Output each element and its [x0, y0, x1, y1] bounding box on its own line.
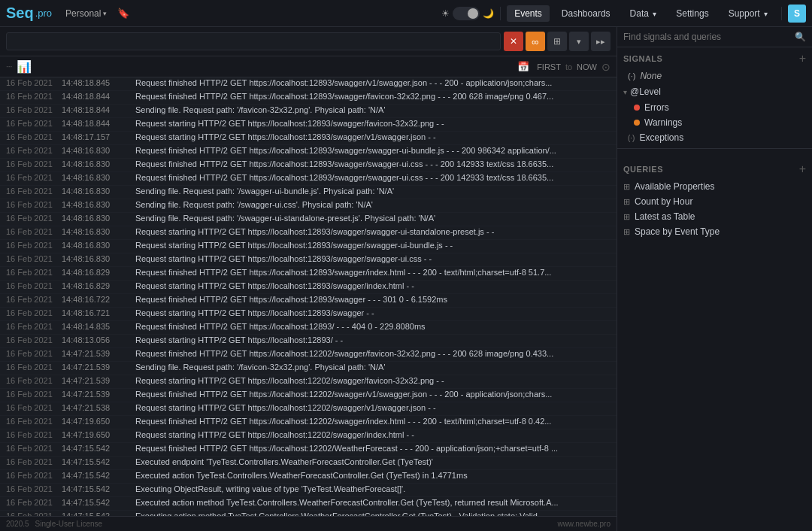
user-avatar[interactable]: S [788, 5, 806, 23]
chart-icon[interactable]: 📊 [17, 59, 32, 74]
dropdown-button[interactable]: ▾ [569, 32, 589, 51]
log-time: 14:47:15.542 [62, 498, 129, 507]
signal-warnings-item[interactable]: Warnings [617, 115, 812, 130]
level-chevron-icon: ▾ [623, 88, 627, 96]
log-message: Request starting HTTP/2 GET https://loca… [135, 119, 611, 128]
log-date: 16 Feb 2021 [6, 78, 59, 87]
log-row[interactable]: 16 Feb 202114:48:16.829Request starting … [0, 281, 617, 294]
log-message: Request starting HTTP/2 GET https://loca… [135, 430, 611, 439]
log-row[interactable]: 16 Feb 202114:48:16.830Request finished … [0, 145, 617, 159]
log-row[interactable]: 16 Feb 202114:47:15.542Request finished … [0, 443, 617, 457]
log-row[interactable]: 16 Feb 202114:47:15.542Executed action m… [0, 497, 617, 511]
signal-exceptions-item[interactable]: (·) Exceptions [617, 130, 812, 145]
add-signal-button[interactable]: + [799, 52, 806, 65]
search-buttons: ✕ ∞ ⊞ ▾ ▸▸ [504, 32, 611, 51]
log-message: Request finished HTTP/2 GET https://loca… [135, 78, 611, 87]
query-item[interactable]: ⊞Count by Hour [617, 194, 812, 209]
search-bar: ✕ ∞ ⊞ ▾ ▸▸ [0, 27, 617, 56]
query-icon: ⊞ [623, 182, 630, 192]
log-message: Request finished HTTP/2 GET https://loca… [135, 390, 611, 399]
nav-support[interactable]: Support ▾ [721, 5, 775, 22]
log-date: 16 Feb 2021 [6, 92, 59, 101]
level-group[interactable]: ▾ @Level [617, 83, 812, 100]
log-message: Request starting HTTP/2 GET https://loca… [135, 403, 611, 412]
nav-settings[interactable]: Settings [668, 5, 716, 22]
log-message: Request finished HTTP/2 GET https://loca… [135, 444, 611, 453]
log-message: Request starting HTTP/2 GET https://loca… [135, 335, 611, 344]
toggle-switch[interactable] [453, 7, 480, 20]
log-row[interactable]: 16 Feb 202114:48:16.830Request finished … [0, 172, 617, 186]
log-time: 14:48:14.835 [62, 322, 129, 331]
expand-button[interactable]: ▸▸ [591, 32, 611, 51]
log-date: 16 Feb 2021 [6, 308, 59, 317]
log-time: 14:48:16.829 [62, 281, 129, 290]
filter-clear-button[interactable]: ⊙ [601, 61, 611, 73]
log-row[interactable]: 16 Feb 202114:48:18.845Request finished … [0, 77, 617, 91]
log-message: Request finished HTTP/2 GET https://loca… [135, 295, 611, 304]
log-row[interactable]: 16 Feb 202114:48:16.830Request starting … [0, 240, 617, 253]
log-row[interactable]: 16 Feb 202114:48:16.830Sending file. Req… [0, 186, 617, 199]
clear-search-button[interactable]: ✕ [504, 32, 523, 51]
theme-toggle[interactable]: ☀ 🌙 [441, 7, 494, 20]
log-time: 14:48:16.721 [62, 308, 129, 317]
log-row[interactable]: 16 Feb 202114:48:16.830Sending file. Req… [0, 199, 617, 213]
calendar-icon: 📅 [517, 61, 529, 72]
log-row[interactable]: 16 Feb 202114:47:21.538Request starting … [0, 402, 617, 416]
log-time: 14:48:16.722 [62, 295, 129, 304]
nav-data[interactable]: Data ▾ [623, 5, 665, 22]
log-date: 16 Feb 2021 [6, 498, 59, 507]
log-row[interactable]: 16 Feb 202114:47:21.539Request starting … [0, 375, 617, 389]
log-row[interactable]: 16 Feb 202114:48:16.721Request starting … [0, 308, 617, 321]
log-row[interactable]: 16 Feb 202114:47:21.539Sending file. Req… [0, 362, 617, 375]
grid-button[interactable]: ⊞ [547, 32, 567, 51]
now-date-button[interactable]: NOW [577, 62, 597, 71]
log-date: 16 Feb 2021 [6, 403, 59, 412]
query-item[interactable]: ⊞Space by Event Type [617, 224, 812, 239]
log-message: Request finished HTTP/2 GET https://loca… [135, 146, 611, 155]
log-row[interactable]: 16 Feb 202114:48:16.830Request finished … [0, 159, 617, 172]
log-row[interactable]: 16 Feb 202114:47:15.542Executing action … [0, 511, 617, 516]
log-row[interactable]: 16 Feb 202114:48:18.844Request starting … [0, 118, 617, 132]
log-message: Request finished HTTP/2 GET https://loca… [135, 417, 611, 426]
nav-events[interactable]: Events [507, 5, 550, 22]
signals-queries-divider [617, 148, 812, 149]
log-row[interactable]: 16 Feb 202114:47:15.542Executed action T… [0, 470, 617, 484]
log-row[interactable]: 16 Feb 202114:48:16.829Request finished … [0, 267, 617, 281]
log-row[interactable]: 16 Feb 202114:47:15.542Executed endpoint… [0, 457, 617, 470]
log-row[interactable]: 16 Feb 202114:47:21.539Request finished … [0, 389, 617, 402]
log-row[interactable]: 16 Feb 202114:48:13.056Request starting … [0, 335, 617, 348]
log-row[interactable]: 16 Feb 202114:47:19.650Request starting … [0, 429, 617, 443]
log-row[interactable]: 16 Feb 202114:48:16.830Sending file. Req… [0, 213, 617, 226]
signal-none-item[interactable]: (·) None [617, 68, 812, 83]
log-row[interactable]: 16 Feb 202114:48:18.844Sending file. Req… [0, 105, 617, 118]
left-panel: ✕ ∞ ⊞ ▾ ▸▸ ··· 📊 📅 FIRST to NOW ⊙ 16 Feb… [0, 27, 617, 531]
log-row[interactable]: 16 Feb 202114:48:16.722Request finished … [0, 294, 617, 308]
log-row[interactable]: 16 Feb 202114:48:18.844Request finished … [0, 91, 617, 105]
log-row[interactable]: 16 Feb 202114:48:17.157Request starting … [0, 132, 617, 145]
log-date: 16 Feb 2021 [6, 349, 59, 358]
workspace-selector[interactable]: Personal ▾ [59, 7, 113, 20]
first-date-button[interactable]: FIRST [537, 62, 561, 71]
query-item[interactable]: ⊞Available Properties [617, 179, 812, 194]
log-time: 14:47:21.539 [62, 390, 129, 399]
to-label: to [565, 62, 572, 71]
search-input[interactable] [6, 32, 501, 50]
signal-button[interactable]: ∞ [526, 32, 545, 51]
log-row[interactable]: 16 Feb 202114:47:15.542Executing ObjectR… [0, 484, 617, 497]
log-time: 14:48:16.829 [62, 268, 129, 277]
nav-dashboards[interactable]: Dashboards [554, 5, 618, 22]
errors-label: Errors [644, 102, 669, 113]
log-row[interactable]: 16 Feb 202114:48:14.835Request finished … [0, 321, 617, 335]
add-query-button[interactable]: + [799, 162, 806, 176]
signals-search-input[interactable] [623, 32, 792, 42]
log-date: 16 Feb 2021 [6, 376, 59, 385]
log-row[interactable]: 16 Feb 202114:48:16.830Request starting … [0, 226, 617, 240]
query-icon: ⊞ [623, 212, 630, 222]
query-item[interactable]: ⊞Latest as Table [617, 209, 812, 224]
signal-errors-item[interactable]: Errors [617, 100, 812, 115]
log-date: 16 Feb 2021 [6, 363, 59, 372]
log-row[interactable]: 16 Feb 202114:47:21.539Request finished … [0, 348, 617, 362]
log-row[interactable]: 16 Feb 202114:48:16.830Request starting … [0, 253, 617, 267]
log-row[interactable]: 16 Feb 202114:47:19.650Request finished … [0, 416, 617, 429]
none-label: None [640, 71, 662, 81]
